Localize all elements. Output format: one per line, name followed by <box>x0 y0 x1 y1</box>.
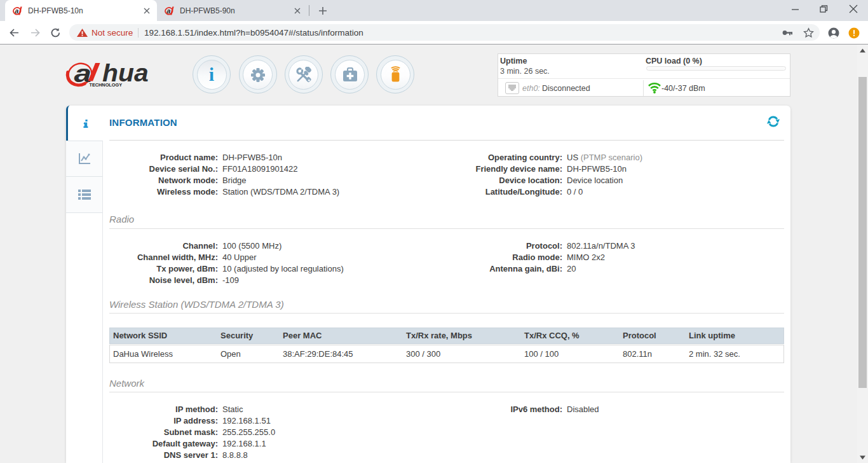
svg-text:a: a <box>15 7 18 15</box>
svg-text:TECHNOLOGY: TECHNOLOGY <box>90 83 123 87</box>
svg-text:a: a <box>166 7 170 15</box>
